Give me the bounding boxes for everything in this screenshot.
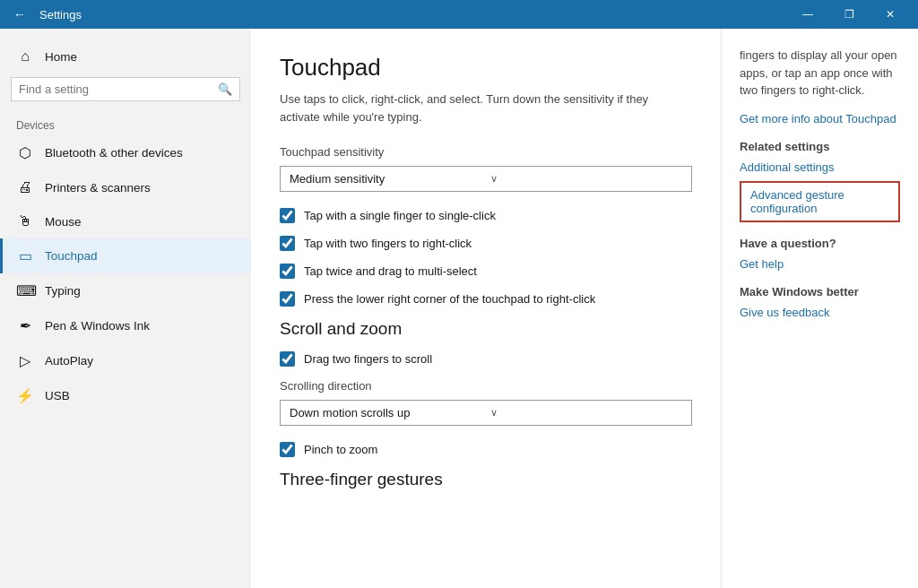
sidebar-item-label-touchpad: Touchpad (45, 249, 98, 263)
right-sidebar: fingers to display all your open apps, o… (721, 29, 918, 588)
autoplay-icon: ▷ (16, 352, 34, 369)
sidebar-item-typing[interactable]: ⌨ Typing (0, 273, 251, 308)
usb-icon: ⚡ (16, 387, 34, 404)
back-icon: ← (13, 7, 26, 22)
sidebar-item-label-printers: Printers & scanners (45, 181, 151, 195)
search-icon: 🔍 (218, 82, 232, 96)
sidebar-item-autoplay[interactable]: ▷ AutoPlay (0, 343, 251, 378)
sensitivity-dropdown[interactable]: Medium sensitivity ∨ (280, 166, 692, 192)
sidebar-item-home[interactable]: ⌂ Home (0, 39, 251, 74)
checkbox-pinch-zoom-input[interactable] (280, 442, 295, 457)
sidebar-item-label-mouse: Mouse (45, 215, 82, 229)
checkbox-drag-scroll: Drag two fingers to scroll (280, 351, 692, 367)
sidebar-item-touchpad[interactable]: ▭ Touchpad (0, 238, 251, 273)
scrolling-direction-label: Scrolling direction (280, 379, 692, 393)
back-button[interactable]: ← (7, 2, 32, 27)
sidebar-item-pen[interactable]: ✒ Pen & Windows Ink (0, 308, 251, 343)
sidebar-item-label-typing: Typing (45, 284, 81, 298)
sidebar-search-container: 🔍 (11, 77, 240, 101)
chevron-down-icon-scroll: ∨ (490, 407, 682, 419)
pen-icon: ✒ (16, 317, 34, 334)
scrolling-direction-value: Down motion scrolls up (290, 406, 481, 419)
titlebar: ← Settings — ❐ ✕ (0, 0, 918, 29)
sidebar-item-label-autoplay: AutoPlay (45, 354, 93, 368)
mouse-icon: 🖱 (16, 213, 34, 229)
sidebar-item-label-home: Home (45, 50, 77, 64)
touchpad-icon: ▭ (16, 247, 34, 264)
sidebar-item-printers[interactable]: 🖨 Printers & scanners (0, 170, 251, 204)
checkbox-drag-scroll-label: Drag two fingers to scroll (304, 352, 432, 366)
checkbox-pinch-zoom: Pinch to zoom (280, 442, 692, 457)
checkbox-single-click-label: Tap with a single finger to single-click (304, 209, 496, 222)
page-description: Use taps to click, right-click, and sele… (280, 91, 674, 125)
chevron-down-icon: ∨ (490, 173, 682, 185)
checkbox-right-click-label: Tap with two fingers to right-click (304, 237, 472, 250)
content-area: Touchpad Use taps to click, right-click,… (251, 29, 918, 588)
minimize-icon: — (802, 8, 813, 21)
close-button[interactable]: ✕ (870, 0, 911, 29)
checkbox-multi-select-label: Tap twice and drag to multi-select (304, 264, 477, 278)
make-better-label: Make Windows better (740, 285, 900, 298)
more-info-link[interactable]: Get more info about Touchpad (740, 112, 900, 125)
typing-icon: ⌨ (16, 282, 34, 299)
checkbox-corner-click-input[interactable] (280, 291, 295, 307)
bluetooth-icon: ⬡ (16, 144, 34, 161)
sidebar: ⌂ Home 🔍 Devices ⬡ Bluetooth & other dev… (0, 29, 251, 588)
sidebar-item-label-pen: Pen & Windows Ink (45, 319, 150, 333)
feedback-link[interactable]: Give us feedback (740, 306, 900, 319)
close-icon: ✕ (886, 8, 895, 21)
sensitivity-value: Medium sensitivity (290, 172, 481, 186)
restore-icon: ❐ (844, 8, 854, 21)
checkbox-drag-scroll-input[interactable] (280, 351, 295, 367)
checkbox-multi-select-input[interactable] (280, 264, 295, 279)
sidebar-item-label-usb: USB (45, 389, 70, 402)
checkbox-right-click-input[interactable] (280, 236, 295, 251)
sensitivity-label: Touchpad sensitivity (280, 145, 692, 159)
window-controls: — ❐ ✕ (787, 0, 911, 29)
restore-button[interactable]: ❐ (828, 0, 870, 29)
search-input[interactable] (19, 82, 218, 96)
three-finger-heading: Three-finger gestures (280, 470, 692, 489)
additional-settings-link[interactable]: Additional settings (740, 160, 900, 174)
right-intro-text: fingers to display all your open apps, o… (740, 47, 900, 99)
app-body: ⌂ Home 🔍 Devices ⬡ Bluetooth & other dev… (0, 29, 918, 588)
printer-icon: 🖨 (16, 179, 34, 195)
app-title: Settings (39, 8, 82, 22)
checkbox-corner-click-label: Press the lower right corner of the touc… (304, 292, 595, 306)
sidebar-item-usb[interactable]: ⚡ USB (0, 378, 251, 413)
checkbox-right-click: Tap with two fingers to right-click (280, 236, 692, 251)
sidebar-section-label: Devices (0, 112, 251, 135)
scroll-zoom-heading: Scroll and zoom (280, 319, 692, 339)
checkbox-pinch-zoom-label: Pinch to zoom (304, 443, 377, 456)
have-question-label: Have a question? (740, 237, 900, 250)
minimize-button[interactable]: — (787, 0, 828, 29)
get-help-link[interactable]: Get help (740, 257, 900, 271)
home-icon: ⌂ (16, 48, 34, 65)
content-main: Touchpad Use taps to click, right-click,… (251, 29, 721, 588)
sidebar-item-label-bluetooth: Bluetooth & other devices (45, 146, 183, 160)
advanced-gesture-box: Advanced gesture configuration (740, 181, 900, 222)
checkbox-multi-select: Tap twice and drag to multi-select (280, 264, 692, 279)
sidebar-item-mouse[interactable]: 🖱 Mouse (0, 204, 251, 238)
advanced-gesture-link[interactable]: Advanced gesture configuration (750, 188, 889, 215)
checkbox-corner-click: Press the lower right corner of the touc… (280, 291, 692, 307)
checkbox-single-click: Tap with a single finger to single-click (280, 208, 692, 223)
sidebar-item-bluetooth[interactable]: ⬡ Bluetooth & other devices (0, 135, 251, 170)
checkbox-single-click-input[interactable] (280, 208, 295, 223)
related-settings-label: Related settings (740, 140, 900, 153)
scrolling-direction-dropdown[interactable]: Down motion scrolls up ∨ (280, 400, 692, 426)
page-title: Touchpad (280, 54, 692, 82)
